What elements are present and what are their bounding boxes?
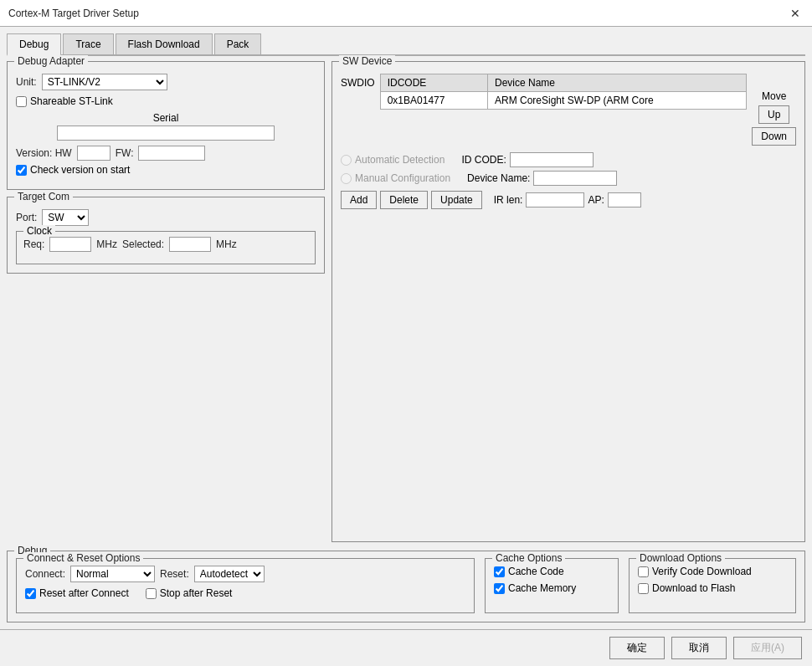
device-name-label: Device Name: [467,172,530,184]
req-label: Req: [23,238,44,250]
delete-button[interactable]: Delete [380,191,428,209]
clock-row: Req: 1.800 MHz Selected: 0 MHz [23,237,308,252]
apply-button[interactable]: 应用(A) [733,637,802,659]
manual-config-label: Manual Configuration [341,172,450,184]
version-row: Version: HW V2 FW: V2J35S7 [16,146,316,161]
fw-label: FW: [116,147,134,159]
cache-memory-row: Cache Memory [494,582,609,594]
device-name-input[interactable] [533,171,617,186]
tab-flash-download[interactable]: Flash Download [116,33,213,54]
sw-action-row: Add Delete Update IR len: AP: 0 [341,191,796,209]
check-version-label: Check version on start [30,164,130,176]
ap-input[interactable]: 0 [608,192,641,207]
serial-label: Serial [153,112,179,124]
device-name-header: Device Name [488,74,747,92]
table-row[interactable]: 0x1BA01477 ARM CoreSight SW-DP (ARM Core [380,92,747,110]
download-flash-checkbox[interactable] [638,583,649,594]
verify-code-checkbox[interactable] [638,566,649,577]
debug-adapter-group: Debug Adapter Unit: ST-LINK/V2 ST-LINK/V… [7,61,325,190]
shareable-row: Shareable ST-Link [16,95,316,107]
cache-memory-label: Cache Memory [508,582,576,594]
title-bar: Cortex-M Target Driver Setup ✕ [0,0,812,27]
debug-bottom-inner: Connect & Reset Options Connect: Normal … [16,558,796,613]
shareable-label: Shareable ST-Link [30,95,113,107]
idcode-cell: 0x1BA01477 [380,92,487,110]
update-button[interactable]: Update [431,191,482,209]
download-flash-row: Download to Flash [638,582,787,594]
connect-label: Connect: [25,568,65,580]
down-button[interactable]: Down [752,127,796,146]
connect-select[interactable]: Normal with Pre-reset under Reset [70,566,155,582]
up-button[interactable]: Up [758,105,789,124]
port-row: Port: SW JTAG [16,209,316,226]
sw-device-top: SWDIO IDCODE Device Name [341,74,796,146]
selected-input[interactable]: 0 [169,237,211,252]
sw-device-group: SW Device SWDIO IDCODE Device Name [331,61,805,542]
check-version-checkbox[interactable] [16,165,27,176]
verify-code-label: Verify Code Download [652,566,752,577]
auto-detect-label: Automatic Detection [341,154,445,166]
manual-config-radio[interactable] [341,173,352,184]
check-version-row: Check version on start [16,164,316,176]
id-code-label: ID CODE: [461,154,506,166]
close-button[interactable]: ✕ [787,5,804,22]
cache-code-label: Cache Code [508,566,564,577]
unit-label: Unit: [16,76,37,88]
right-panel: SW Device SWDIO IDCODE Device Name [331,61,805,542]
port-select[interactable]: SW JTAG [42,209,89,226]
cache-options-title: Cache Options [492,552,565,564]
cache-options-group: Cache Options Cache Code Cache Memory [485,558,619,613]
cache-code-checkbox[interactable] [494,566,505,577]
req-mhz-label: MHz [96,238,117,250]
reset-after-connect-checkbox[interactable] [25,588,36,599]
ap-label: AP: [588,194,604,206]
tab-trace[interactable]: Trace [63,33,113,54]
serial-input[interactable]: 391706026215303030303032 [57,126,275,141]
main-content: Debug Trace Flash Download Pack Debug Ad… [0,27,812,629]
bottom-bar: 确定 取消 应用(A) [0,629,812,666]
connect-reset-group: Connect & Reset Options Connect: Normal … [16,558,475,613]
tab-debug[interactable]: Debug [7,33,61,56]
clock-group: Clock Req: 1.800 MHz Selected: 0 MHz [16,231,316,264]
reset-after-connect-label: Reset after Connect [39,587,129,599]
add-button[interactable]: Add [341,191,377,209]
cancel-button[interactable]: 取消 [671,637,727,659]
connect-reset-title: Connect & Reset Options [23,552,143,564]
ok-button[interactable]: 确定 [609,637,665,659]
ir-len-label: IR len: [494,194,523,206]
verify-code-row: Verify Code Download [638,566,787,577]
manual-config-row: Manual Configuration Device Name: [341,171,796,186]
unit-row: Unit: ST-LINK/V2 ST-LINK/V3 [16,74,316,90]
auto-detect-radio[interactable] [341,155,352,166]
selected-label: Selected: [122,238,164,250]
req-input[interactable]: 1.800 [49,237,91,252]
stop-after-reset-label: Stop after Reset [160,587,233,599]
cache-code-row: Cache Code [494,566,609,577]
window-title: Cortex-M Target Driver Setup [8,8,139,19]
stop-after-reset-checkbox[interactable] [146,588,157,599]
ir-len-input[interactable] [526,192,584,207]
hw-input[interactable]: V2 [77,146,110,161]
port-label: Port: [16,212,37,223]
download-options-group: Download Options Verify Code Download Do… [629,558,796,613]
target-com-title: Target Com [14,191,73,202]
device-name-input-row: Device Name: [467,171,617,186]
unit-select[interactable]: ST-LINK/V2 ST-LINK/V3 [42,74,167,90]
download-options-title: Download Options [636,552,725,564]
left-panel: Debug Adapter Unit: ST-LINK/V2 ST-LINK/V… [7,61,325,542]
id-code-input[interactable] [510,152,594,167]
reset-after-connect-row: Reset after Connect [25,587,129,599]
sw-table-row: SWDIO IDCODE Device Name [341,74,747,110]
fw-input[interactable]: V2J35S7 [138,146,205,161]
cache-memory-checkbox[interactable] [494,583,505,594]
detection-row: Automatic Detection ID CODE: [341,152,796,167]
move-buttons: Move Up Down [752,74,796,146]
shareable-checkbox[interactable] [16,96,27,107]
tab-pack[interactable]: Pack [214,33,262,54]
idcode-header: IDCODE [380,74,487,92]
version-label: Version: HW [16,147,72,159]
serial-group: Serial 391706026215303030303032 [16,112,316,141]
device-name-cell: ARM CoreSight SW-DP (ARM Core [488,92,747,110]
reset-select[interactable]: Autodetect Software Hardware [194,566,265,582]
sw-device-table: IDCODE Device Name 0x1BA01477 ARM CoreSi… [380,74,748,110]
